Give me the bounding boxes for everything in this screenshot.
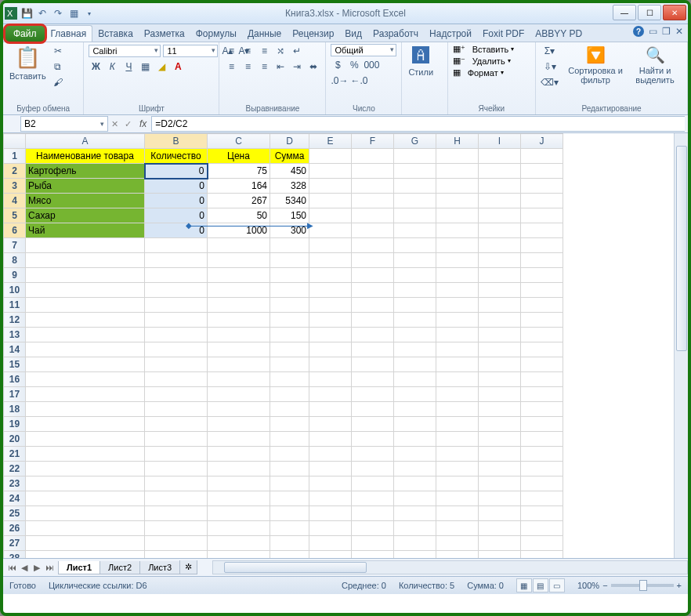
cell[interactable] xyxy=(352,476,394,491)
cell[interactable] xyxy=(26,506,145,521)
cell[interactable] xyxy=(521,491,563,506)
name-box[interactable]: B2 xyxy=(20,116,108,132)
new-sheet-icon[interactable]: ✲ xyxy=(179,560,197,574)
cell[interactable] xyxy=(479,372,521,387)
cell[interactable] xyxy=(145,551,208,559)
cell[interactable] xyxy=(208,238,270,253)
select-all-corner[interactable] xyxy=(4,134,26,149)
cell[interactable] xyxy=(309,432,352,447)
cell[interactable]: Сахар xyxy=(26,208,145,223)
cell[interactable] xyxy=(309,342,352,357)
cell[interactable] xyxy=(436,536,479,551)
row-header[interactable]: 8 xyxy=(4,253,26,268)
cell[interactable] xyxy=(479,194,521,208)
cell[interactable] xyxy=(309,179,352,194)
cell[interactable] xyxy=(479,462,521,476)
cell[interactable] xyxy=(436,313,479,328)
cell[interactable] xyxy=(145,253,208,268)
cell[interactable] xyxy=(479,476,521,491)
view-normal-icon[interactable]: ▦ xyxy=(516,578,532,592)
cell[interactable] xyxy=(309,462,352,476)
row-header[interactable]: 20 xyxy=(4,432,26,447)
cell[interactable] xyxy=(309,328,352,342)
row-header[interactable]: 10 xyxy=(4,283,26,298)
fill-icon[interactable]: ⇩▾ xyxy=(541,60,559,74)
cell[interactable] xyxy=(394,223,436,238)
cell[interactable] xyxy=(521,417,563,432)
align-left-icon[interactable]: ≡ xyxy=(224,60,238,74)
cell[interactable] xyxy=(394,238,436,253)
cell[interactable] xyxy=(352,164,394,179)
cell[interactable] xyxy=(479,253,521,268)
cell[interactable] xyxy=(309,536,352,551)
cell[interactable] xyxy=(521,357,563,372)
cell[interactable] xyxy=(521,387,563,402)
cell[interactable] xyxy=(270,283,309,298)
align-right-icon[interactable]: ≡ xyxy=(257,60,271,74)
cell[interactable] xyxy=(521,342,563,357)
cell[interactable] xyxy=(352,283,394,298)
cell[interactable] xyxy=(208,402,270,417)
cell[interactable] xyxy=(208,447,270,462)
cell[interactable] xyxy=(436,372,479,387)
row-header[interactable]: 13 xyxy=(4,328,26,342)
cell[interactable] xyxy=(270,357,309,372)
cell[interactable]: 0 xyxy=(145,194,208,208)
cell[interactable] xyxy=(145,298,208,313)
cell[interactable] xyxy=(394,491,436,506)
cell[interactable] xyxy=(270,432,309,447)
cell[interactable] xyxy=(352,536,394,551)
cell[interactable] xyxy=(352,506,394,521)
row-header[interactable]: 5 xyxy=(4,208,26,223)
cell[interactable] xyxy=(309,149,352,164)
cell[interactable] xyxy=(208,536,270,551)
cell[interactable] xyxy=(352,447,394,462)
cell[interactable]: 0 xyxy=(145,223,208,238)
cell[interactable] xyxy=(436,268,479,283)
file-tab[interactable]: Файл xyxy=(5,26,45,42)
cell[interactable] xyxy=(26,342,145,357)
cell[interactable] xyxy=(352,372,394,387)
cell[interactable] xyxy=(270,447,309,462)
cell[interactable] xyxy=(436,402,479,417)
cell[interactable] xyxy=(26,432,145,447)
cell[interactable] xyxy=(394,462,436,476)
cell[interactable] xyxy=(521,283,563,298)
row-header[interactable]: 22 xyxy=(4,462,26,476)
align-top-icon[interactable]: ≡ xyxy=(224,44,238,58)
cell[interactable] xyxy=(145,462,208,476)
cell[interactable] xyxy=(436,432,479,447)
cell[interactable] xyxy=(521,521,563,536)
row-header[interactable]: 24 xyxy=(4,491,26,506)
sheet-tab-active[interactable]: Лист1 xyxy=(58,561,100,574)
view-layout-icon[interactable]: ▤ xyxy=(533,578,548,592)
ribbon-tab[interactable]: ABBYY PD xyxy=(530,26,588,42)
cell[interactable] xyxy=(479,238,521,253)
cell[interactable] xyxy=(26,521,145,536)
ribbon-tab[interactable]: Foxit PDF xyxy=(477,26,530,42)
cell[interactable] xyxy=(26,372,145,387)
cell[interactable] xyxy=(394,536,436,551)
row-header[interactable]: 19 xyxy=(4,417,26,432)
ribbon-tab[interactable]: Надстрой xyxy=(424,26,477,42)
cell[interactable] xyxy=(208,506,270,521)
cell[interactable] xyxy=(521,179,563,194)
cell[interactable] xyxy=(26,298,145,313)
column-header[interactable]: F xyxy=(352,134,394,149)
cell[interactable] xyxy=(436,476,479,491)
cell[interactable] xyxy=(479,491,521,506)
cell[interactable] xyxy=(352,223,394,238)
cell[interactable] xyxy=(352,298,394,313)
cell[interactable] xyxy=(436,417,479,432)
cell[interactable] xyxy=(436,283,479,298)
underline-icon[interactable]: Ч xyxy=(121,60,136,74)
doc-restore-icon[interactable]: ❐ xyxy=(662,26,671,37)
orientation-icon[interactable]: ⤭ xyxy=(273,44,288,58)
copy-icon[interactable]: ⧉ xyxy=(51,60,65,74)
cell[interactable] xyxy=(394,164,436,179)
cell[interactable] xyxy=(309,283,352,298)
cell[interactable] xyxy=(26,462,145,476)
cell[interactable] xyxy=(479,179,521,194)
cell[interactable] xyxy=(394,357,436,372)
cell[interactable] xyxy=(145,402,208,417)
